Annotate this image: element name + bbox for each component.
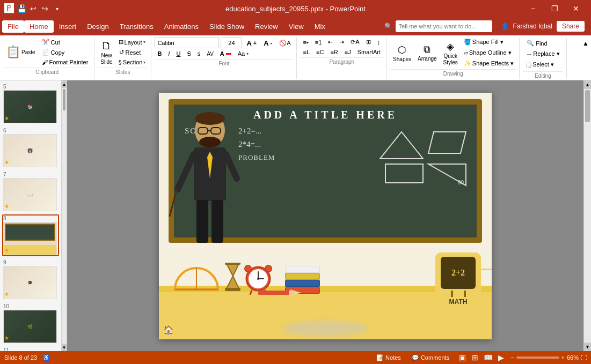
slide-thumb-8[interactable]: 8 ★ — [2, 214, 59, 256]
strikethrough-button[interactable]: S — [184, 49, 193, 58]
slide-info: Slide 8 of 23 — [4, 354, 37, 361]
comments-button[interactable]: 💬 Comments — [408, 353, 453, 362]
shapes-icon: ⬡ — [398, 44, 406, 56]
quick-styles-button[interactable]: ◈ Quick Styles — [441, 39, 461, 67]
slide-canvas[interactable]: ADD A TITLE HERE SOLVE 2+2=... 2*4=... P… — [159, 93, 492, 339]
new-slide-button[interactable]: 🗋 New Slide — [98, 38, 115, 66]
underline-button[interactable]: U — [173, 49, 183, 58]
svg-point-6 — [195, 112, 225, 125]
line-spacing-button[interactable]: ↕ — [375, 38, 383, 47]
slide-img-8 — [3, 222, 57, 255]
shape-outline-dropdown[interactable]: ▱ Shape Outline ▾ — [462, 48, 516, 57]
columns-button[interactable]: ⊞ — [363, 38, 374, 47]
menu-file[interactable]: File — [2, 20, 24, 33]
slide-thumb-7[interactable]: 7 📖 ★ — [2, 170, 59, 212]
arrange-button[interactable]: ⧉ Arrange — [415, 42, 440, 63]
increase-indent-button[interactable]: ⇥ — [337, 38, 347, 47]
shape-fill-dropdown[interactable]: 🪣 Shape Fill ▾ — [462, 38, 516, 47]
menu-mix[interactable]: Mix — [309, 20, 331, 33]
undo-icon[interactable]: ↩ — [29, 4, 38, 13]
find-button[interactable]: 🔍 Find — [524, 39, 561, 48]
canvas-scroll-down[interactable]: ▼ — [584, 343, 591, 351]
shape-effects-icon: ✨ — [464, 60, 471, 67]
scroll-down-button[interactable]: ▼ — [62, 344, 67, 351]
align-left-button[interactable]: ≡L — [300, 48, 312, 56]
bold-button[interactable]: B — [155, 49, 164, 58]
minimize-button[interactable]: − — [522, 1, 544, 16]
layout-dropdown[interactable]: ⊞ Layout ▾ — [116, 38, 148, 47]
menu-design[interactable]: Design — [82, 20, 114, 33]
save-icon[interactable]: 💾 — [17, 4, 26, 13]
menu-slideshow[interactable]: Slide Show — [204, 20, 250, 33]
editing-group: 🔍 Find ↔ Replace ▾ ⬚ Select ▾ Editing — [520, 38, 566, 79]
customize-icon[interactable]: ▾ — [53, 4, 61, 13]
shapes-button[interactable]: ⬡ Shapes — [390, 42, 414, 64]
notes-button[interactable]: 📝 Notes — [373, 353, 404, 362]
reset-button[interactable]: ↺ Reset — [116, 48, 148, 57]
align-center-button[interactable]: ≡C — [313, 48, 326, 56]
font-size-selector[interactable]: Aa ▾ — [235, 49, 251, 58]
slide-thumb-11[interactable]: 11 📋 ★ — [2, 346, 59, 351]
close-button[interactable]: ✕ — [565, 1, 587, 16]
fit-button[interactable]: ⛶ — [581, 354, 587, 361]
canvas-scrollbar[interactable]: ▲ ▼ — [583, 80, 591, 351]
clear-format-button[interactable]: 🚫A — [276, 39, 293, 48]
scroll-up-button[interactable]: ▲ — [62, 80, 67, 88]
section-dropdown[interactable]: § Section ▾ — [116, 58, 148, 66]
menu-animations[interactable]: Animations — [159, 20, 204, 33]
slide-thumb-9[interactable]: 9 🎓 ★ — [2, 258, 59, 300]
menu-transitions[interactable]: Transitions — [114, 20, 159, 33]
zoom-in-button[interactable]: + — [561, 354, 565, 361]
italic-button[interactable]: I — [165, 49, 172, 58]
copy-button[interactable]: 📄 Copy — [39, 48, 91, 57]
format-painter-button[interactable]: 🖌 Format Painter — [39, 58, 91, 66]
menu-view[interactable]: View — [283, 20, 309, 33]
svg-marker-20 — [226, 263, 239, 289]
share-button[interactable]: Share — [557, 21, 585, 32]
username: Farshad Iqbal — [513, 23, 552, 30]
menu-home[interactable]: Home — [24, 20, 54, 33]
reading-view-button[interactable]: 📖 — [483, 352, 493, 363]
zoom-slider[interactable] — [516, 356, 559, 359]
svg-marker-1 — [428, 132, 466, 153]
redo-icon[interactable]: ↪ — [41, 4, 49, 13]
slide-panel-scrollbar[interactable]: ▲ ▼ — [62, 80, 67, 351]
slide-sorter-button[interactable]: ⊞ — [470, 352, 480, 363]
slide-thumb-6[interactable]: 6 👩‍🏫 ★ — [2, 127, 59, 168]
scroll-thumb[interactable] — [63, 89, 65, 110]
select-dropdown[interactable]: ⬚ Select ▾ — [524, 60, 561, 69]
paste-button[interactable]: 📋 Paste — [3, 43, 38, 61]
normal-view-button[interactable]: ▣ — [457, 352, 468, 363]
restore-button[interactable]: ❐ — [544, 1, 565, 16]
slideshow-button[interactable]: ▶ — [495, 352, 506, 363]
decrease-font-button[interactable]: A- — [261, 38, 275, 48]
slide-thumb-5[interactable]: 5 📚 ★ — [2, 83, 59, 124]
shape-effects-dropdown[interactable]: ✨ Shape Effects ▾ — [462, 59, 516, 68]
text-direction-button[interactable]: ⟳A — [348, 38, 362, 47]
cut-button[interactable]: ✂️ Cut — [39, 38, 91, 47]
smart-art-button[interactable]: SmartArt — [355, 48, 383, 56]
replace-dropdown[interactable]: ↔ Replace ▾ — [524, 49, 561, 58]
canvas-scroll-thumb[interactable] — [585, 90, 590, 122]
bullets-button[interactable]: ≡• — [300, 38, 311, 47]
align-right-button[interactable]: ≡R — [327, 48, 340, 56]
collapse-ribbon-button[interactable]: ▲ — [580, 38, 591, 79]
increase-font-button[interactable]: A+ — [244, 38, 259, 48]
slide-background: ADD A TITLE HERE SOLVE 2+2=... 2*4=... P… — [159, 93, 492, 339]
canvas-scroll-up[interactable]: ▲ — [584, 80, 591, 89]
decrease-indent-button[interactable]: ⇤ — [325, 38, 335, 47]
font-color-button[interactable]: A — [217, 49, 234, 58]
menu-insert[interactable]: Insert — [54, 20, 82, 33]
slide-thumb-10[interactable]: 10 🌿 ★ — [2, 302, 59, 344]
font-size-input[interactable] — [221, 38, 242, 48]
tell-me-input[interactable] — [396, 20, 492, 32]
menu-review[interactable]: Review — [250, 20, 283, 33]
shadow-button[interactable]: s — [195, 49, 203, 58]
numbering-button[interactable]: ≡1 — [312, 38, 325, 47]
font-name-input[interactable] — [155, 38, 219, 48]
char-spacing-button[interactable]: AV — [204, 50, 216, 58]
svg-point-29 — [265, 265, 272, 272]
math-board-line — [476, 269, 492, 270]
justify-button[interactable]: ≡J — [342, 48, 354, 56]
zoom-out-button[interactable]: − — [510, 354, 514, 361]
